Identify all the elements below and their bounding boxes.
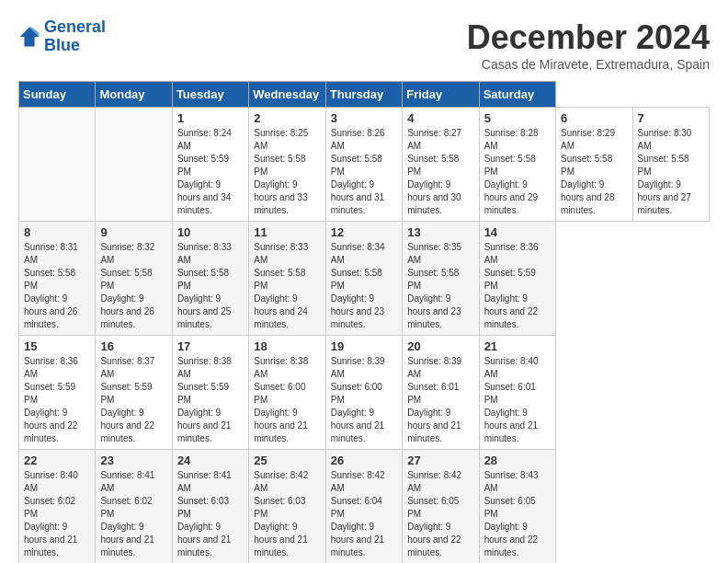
calendar-cell: 8Sunrise: 8:31 AM Sunset: 5:58 PM Daylig… bbox=[19, 222, 96, 336]
day-info: Sunrise: 8:32 AM Sunset: 5:58 PM Dayligh… bbox=[100, 241, 166, 331]
day-info: Sunrise: 8:29 AM Sunset: 5:58 PM Dayligh… bbox=[561, 127, 627, 217]
calendar-cell: 13Sunrise: 8:35 AM Sunset: 5:58 PM Dayli… bbox=[403, 222, 479, 336]
day-number: 8 bbox=[24, 225, 90, 239]
day-number: 4 bbox=[407, 111, 473, 125]
day-info: Sunrise: 8:39 AM Sunset: 6:00 PM Dayligh… bbox=[331, 355, 397, 445]
logo-text: General Blue bbox=[44, 18, 106, 55]
day-info: Sunrise: 8:35 AM Sunset: 5:58 PM Dayligh… bbox=[407, 241, 473, 331]
calendar-cell: 26Sunrise: 8:42 AM Sunset: 6:04 PM Dayli… bbox=[325, 450, 402, 564]
calendar-cell: 16Sunrise: 8:37 AM Sunset: 5:59 PM Dayli… bbox=[96, 336, 172, 450]
calendar-cell: 9Sunrise: 8:32 AM Sunset: 5:58 PM Daylig… bbox=[96, 222, 172, 336]
calendar-cell: 1Sunrise: 8:24 AM Sunset: 5:59 PM Daylig… bbox=[172, 108, 248, 222]
day-info: Sunrise: 8:42 AM Sunset: 6:03 PM Dayligh… bbox=[254, 469, 320, 559]
day-info: Sunrise: 8:24 AM Sunset: 5:59 PM Dayligh… bbox=[177, 127, 244, 217]
day-number: 16 bbox=[100, 339, 166, 353]
day-number: 21 bbox=[484, 339, 551, 353]
calendar-cell: 22Sunrise: 8:40 AM Sunset: 6:02 PM Dayli… bbox=[19, 450, 96, 564]
day-info: Sunrise: 8:39 AM Sunset: 6:01 PM Dayligh… bbox=[407, 355, 473, 445]
day-number: 5 bbox=[484, 111, 551, 125]
col-header-sunday: Sunday bbox=[19, 82, 96, 108]
calendar-table: SundayMondayTuesdayWednesdayThursdayFrid… bbox=[18, 81, 710, 563]
day-info: Sunrise: 8:30 AM Sunset: 5:58 PM Dayligh… bbox=[638, 127, 705, 217]
day-info: Sunrise: 8:38 AM Sunset: 6:00 PM Dayligh… bbox=[254, 355, 320, 445]
calendar-cell: 24Sunrise: 8:41 AM Sunset: 6:03 PM Dayli… bbox=[172, 450, 248, 564]
week-row-3: 15Sunrise: 8:36 AM Sunset: 5:59 PM Dayli… bbox=[19, 336, 710, 450]
title-block: December 2024 Casas de Miravete, Extrema… bbox=[467, 18, 710, 72]
day-info: Sunrise: 8:25 AM Sunset: 5:58 PM Dayligh… bbox=[254, 127, 320, 217]
calendar-cell: 21Sunrise: 8:40 AM Sunset: 6:01 PM Dayli… bbox=[479, 336, 555, 450]
day-number: 6 bbox=[561, 111, 627, 125]
day-info: Sunrise: 8:40 AM Sunset: 6:02 PM Dayligh… bbox=[24, 469, 90, 559]
day-number: 18 bbox=[254, 339, 320, 353]
day-info: Sunrise: 8:43 AM Sunset: 6:05 PM Dayligh… bbox=[484, 469, 551, 559]
calendar-cell bbox=[19, 108, 96, 222]
day-info: Sunrise: 8:38 AM Sunset: 5:59 PM Dayligh… bbox=[177, 355, 244, 445]
week-row-4: 22Sunrise: 8:40 AM Sunset: 6:02 PM Dayli… bbox=[19, 450, 710, 564]
day-info: Sunrise: 8:42 AM Sunset: 6:04 PM Dayligh… bbox=[331, 469, 397, 559]
day-number: 10 bbox=[177, 225, 244, 239]
day-number: 13 bbox=[407, 225, 473, 239]
week-row-1: 1Sunrise: 8:24 AM Sunset: 5:59 PM Daylig… bbox=[19, 108, 710, 222]
logo-icon bbox=[18, 26, 40, 48]
day-info: Sunrise: 8:26 AM Sunset: 5:58 PM Dayligh… bbox=[331, 127, 397, 217]
calendar-cell: 20Sunrise: 8:39 AM Sunset: 6:01 PM Dayli… bbox=[403, 336, 479, 450]
calendar-cell: 7Sunrise: 8:30 AM Sunset: 5:58 PM Daylig… bbox=[632, 108, 710, 222]
day-info: Sunrise: 8:41 AM Sunset: 6:02 PM Dayligh… bbox=[100, 469, 166, 559]
day-info: Sunrise: 8:37 AM Sunset: 5:59 PM Dayligh… bbox=[100, 355, 166, 445]
day-info: Sunrise: 8:33 AM Sunset: 5:58 PM Dayligh… bbox=[254, 241, 320, 331]
calendar-cell: 15Sunrise: 8:36 AM Sunset: 5:59 PM Dayli… bbox=[19, 336, 96, 450]
day-number: 22 bbox=[24, 454, 90, 467]
day-number: 24 bbox=[177, 454, 244, 467]
col-header-wednesday: Wednesday bbox=[249, 82, 325, 108]
week-row-2: 8Sunrise: 8:31 AM Sunset: 5:58 PM Daylig… bbox=[19, 222, 710, 336]
day-number: 14 bbox=[484, 225, 551, 239]
day-number: 28 bbox=[484, 454, 551, 467]
calendar-cell: 12Sunrise: 8:34 AM Sunset: 5:58 PM Dayli… bbox=[325, 222, 402, 336]
location-subtitle: Casas de Miravete, Extremadura, Spain bbox=[467, 57, 710, 72]
day-info: Sunrise: 8:41 AM Sunset: 6:03 PM Dayligh… bbox=[177, 469, 244, 559]
calendar-cell: 11Sunrise: 8:33 AM Sunset: 5:58 PM Dayli… bbox=[249, 222, 325, 336]
calendar-cell: 6Sunrise: 8:29 AM Sunset: 5:58 PM Daylig… bbox=[556, 108, 632, 222]
calendar-cell: 18Sunrise: 8:38 AM Sunset: 6:00 PM Dayli… bbox=[249, 336, 325, 450]
day-info: Sunrise: 8:33 AM Sunset: 5:58 PM Dayligh… bbox=[177, 241, 244, 331]
day-number: 15 bbox=[24, 339, 90, 353]
calendar-cell: 27Sunrise: 8:42 AM Sunset: 6:05 PM Dayli… bbox=[403, 450, 479, 564]
calendar-cell: 17Sunrise: 8:38 AM Sunset: 5:59 PM Dayli… bbox=[172, 336, 248, 450]
day-info: Sunrise: 8:40 AM Sunset: 6:01 PM Dayligh… bbox=[484, 355, 551, 445]
day-info: Sunrise: 8:27 AM Sunset: 5:58 PM Dayligh… bbox=[407, 127, 473, 217]
day-number: 1 bbox=[177, 111, 244, 125]
calendar-cell: 2Sunrise: 8:25 AM Sunset: 5:58 PM Daylig… bbox=[249, 108, 325, 222]
day-number: 26 bbox=[331, 454, 397, 467]
day-number: 27 bbox=[407, 454, 473, 467]
logo: General Blue bbox=[18, 18, 106, 55]
day-info: Sunrise: 8:34 AM Sunset: 5:58 PM Dayligh… bbox=[331, 241, 397, 331]
col-header-friday: Friday bbox=[403, 82, 479, 108]
day-number: 25 bbox=[254, 454, 320, 467]
calendar-cell: 10Sunrise: 8:33 AM Sunset: 5:58 PM Dayli… bbox=[172, 222, 248, 336]
page-header: General Blue December 2024 Casas de Mira… bbox=[18, 18, 710, 72]
day-info: Sunrise: 8:31 AM Sunset: 5:58 PM Dayligh… bbox=[24, 241, 90, 331]
svg-marker-0 bbox=[20, 27, 40, 46]
day-number: 23 bbox=[100, 454, 166, 467]
col-header-monday: Monday bbox=[96, 82, 172, 108]
day-info: Sunrise: 8:36 AM Sunset: 5:59 PM Dayligh… bbox=[484, 241, 551, 331]
day-info: Sunrise: 8:36 AM Sunset: 5:59 PM Dayligh… bbox=[24, 355, 90, 445]
day-number: 17 bbox=[177, 339, 244, 353]
calendar-cell: 14Sunrise: 8:36 AM Sunset: 5:59 PM Dayli… bbox=[479, 222, 555, 336]
calendar-cell: 19Sunrise: 8:39 AM Sunset: 6:00 PM Dayli… bbox=[325, 336, 402, 450]
calendar-cell bbox=[96, 108, 172, 222]
calendar-cell: 28Sunrise: 8:43 AM Sunset: 6:05 PM Dayli… bbox=[479, 450, 555, 564]
col-header-tuesday: Tuesday bbox=[172, 82, 248, 108]
day-number: 11 bbox=[254, 225, 320, 239]
calendar-cell: 5Sunrise: 8:28 AM Sunset: 5:58 PM Daylig… bbox=[479, 108, 555, 222]
day-number: 9 bbox=[100, 225, 166, 239]
day-number: 19 bbox=[331, 339, 397, 353]
col-header-saturday: Saturday bbox=[479, 82, 555, 108]
day-number: 3 bbox=[331, 111, 397, 125]
calendar-cell: 25Sunrise: 8:42 AM Sunset: 6:03 PM Dayli… bbox=[249, 450, 325, 564]
day-info: Sunrise: 8:42 AM Sunset: 6:05 PM Dayligh… bbox=[407, 469, 473, 559]
calendar-cell: 4Sunrise: 8:27 AM Sunset: 5:58 PM Daylig… bbox=[403, 108, 479, 222]
day-info: Sunrise: 8:28 AM Sunset: 5:58 PM Dayligh… bbox=[484, 127, 551, 217]
day-number: 12 bbox=[331, 225, 397, 239]
day-number: 20 bbox=[407, 339, 473, 353]
